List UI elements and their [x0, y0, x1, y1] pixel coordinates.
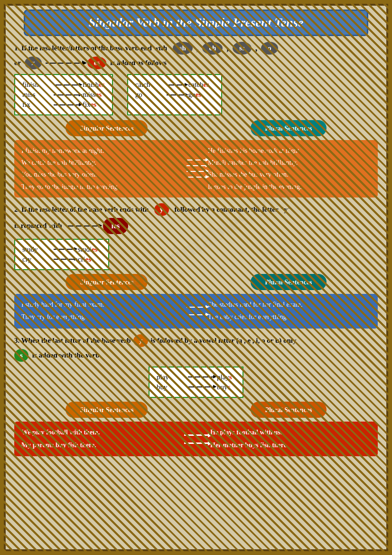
rule1-line1: 1. If the last letter/letters of the bas…: [14, 42, 378, 55]
singular-sentences3: We play football with them. My parents b…: [21, 426, 182, 452]
result-buy: buys: [217, 383, 230, 391]
result-fix: fixes: [83, 101, 96, 109]
rule1-text1: 1. If the last letter/letters of the bas…: [14, 44, 167, 52]
rule1-section: 1. If the last letter/letters of the bas…: [14, 42, 378, 198]
sentences-box2: I study hard for my final exam. They cry…: [14, 294, 378, 329]
singular-label2: Singular Sentences: [65, 274, 148, 290]
rule2-line2: is replaced with ▶ ies: [14, 218, 378, 234]
badge-sh: sh: [173, 42, 193, 55]
result-study: studies: [78, 245, 98, 254]
badge-es1: es: [87, 56, 107, 69]
verb-boxes-row1: finish ▶ finishes miss ▶ misses fix: [14, 74, 378, 115]
result-go: goes: [188, 91, 202, 99]
result-miss: misses: [83, 91, 102, 99]
badge-ies: ies: [103, 218, 129, 234]
comma3: ,: [255, 43, 258, 53]
badge-ss: ss: [233, 42, 252, 55]
rule1-line2: or x ▶ es is added as follows: [14, 56, 378, 69]
sentence-arrows2: ▶ ▶: [184, 307, 208, 315]
singular-label1: Singular Sentences: [65, 120, 148, 136]
verb-row-catch: catch ▶ catches: [135, 81, 214, 89]
badge-y3: y: [133, 334, 149, 347]
rule2-text: 2. If the last letter of the base verb e…: [14, 203, 378, 216]
verb-row-go: go ▶ goes: [135, 91, 214, 99]
base-miss: miss: [22, 91, 51, 99]
verb-box3: study ▶ studies cry ▶ cries: [14, 239, 109, 270]
sentences-box3: We play football with them. My parents b…: [14, 422, 378, 456]
verb-row-fix: fix ▶ fixes: [22, 101, 105, 109]
base-finish: finish: [22, 81, 51, 89]
section-labels3: Singular Sentences Plural Sentences: [14, 402, 378, 418]
badge-ch: ch: [202, 42, 223, 55]
result-cry: cries: [78, 255, 91, 263]
result-finish: finishes: [83, 81, 105, 89]
verb-box4: play ▶ plays buy ▶ buys: [149, 367, 243, 398]
rule3-line1: 3. When the last letter of the base verb…: [14, 334, 378, 347]
rule3-line2: s is added with the verb.: [14, 349, 378, 362]
plural-label1: Plural Sentences: [251, 120, 326, 136]
verb-row-finish: finish ▶ finishes: [22, 81, 105, 89]
verb-box3-wrapper: play ▶ plays buy ▶ buys: [14, 367, 378, 398]
verb-box2: catch ▶ catches go ▶ goes: [127, 74, 222, 115]
singular-sentences1: I finish my homework at night. We catch …: [21, 145, 184, 193]
plural-label3: Plural Sentences: [251, 402, 326, 418]
comma2: ,: [226, 43, 229, 53]
base-play: play: [157, 373, 185, 381]
base-go: go: [135, 91, 164, 99]
singular-label3: Singular Sentences: [65, 402, 148, 418]
base-buy: buy: [157, 383, 185, 391]
section-labels1: Singular Sentences Plural Sentences: [14, 120, 378, 136]
badge-y2: y: [154, 203, 169, 216]
result-catch: catches: [188, 81, 209, 89]
rule3-section: 3. When the last letter of the base verb…: [14, 334, 378, 456]
base-fix: fix: [22, 101, 51, 109]
badge-s: s: [14, 349, 28, 362]
sentence-arrows3: ▶ ▶: [182, 434, 210, 444]
sentences-box1: I finish my homework at night. We catch …: [14, 140, 378, 198]
plural-sentences2: She studies hard for her final exam. The…: [208, 299, 371, 324]
verb-row-study: study ▶ studies: [22, 245, 101, 254]
page-title: Singular Verb in the Simple Present Tens…: [24, 9, 368, 36]
badge-o: o: [261, 42, 278, 55]
rule1-or: or: [14, 59, 21, 67]
plural-sentences1: He finishes his homework at night. Mural…: [208, 145, 371, 193]
rule1-isadded: is added as follows: [110, 59, 167, 67]
verb-row-cry: cry ▶ cries: [22, 255, 101, 263]
rule2-section: 2. If the last letter of the base verb e…: [14, 203, 378, 329]
base-catch: catch: [135, 81, 164, 89]
base-cry: cry: [22, 255, 51, 263]
verb-row-miss: miss ▶ misses: [22, 91, 105, 99]
section-labels2: Singular Sentences Plural Sentences: [14, 274, 378, 290]
plural-sentences3: He plays football with us. Her mother bu…: [210, 426, 371, 452]
base-study: study: [22, 245, 51, 254]
result-play: plays: [217, 373, 232, 381]
comma1: ,: [196, 43, 199, 53]
singular-sentences2: I study hard for my final exam. They cry…: [21, 299, 184, 324]
sentence-arrows1: ▶ ▶ ▶ ▶: [184, 160, 208, 178]
badge-x: x: [25, 56, 42, 69]
plural-label2: Plural Sentences: [251, 274, 326, 290]
verb-box1: finish ▶ finishes miss ▶ misses fix: [14, 74, 113, 115]
verb-row-play: play ▶ plays: [157, 373, 235, 381]
title-text: Singular Verb in the Simple Present Tens…: [35, 16, 357, 30]
verb-row-buy: buy ▶ buys: [157, 383, 235, 391]
